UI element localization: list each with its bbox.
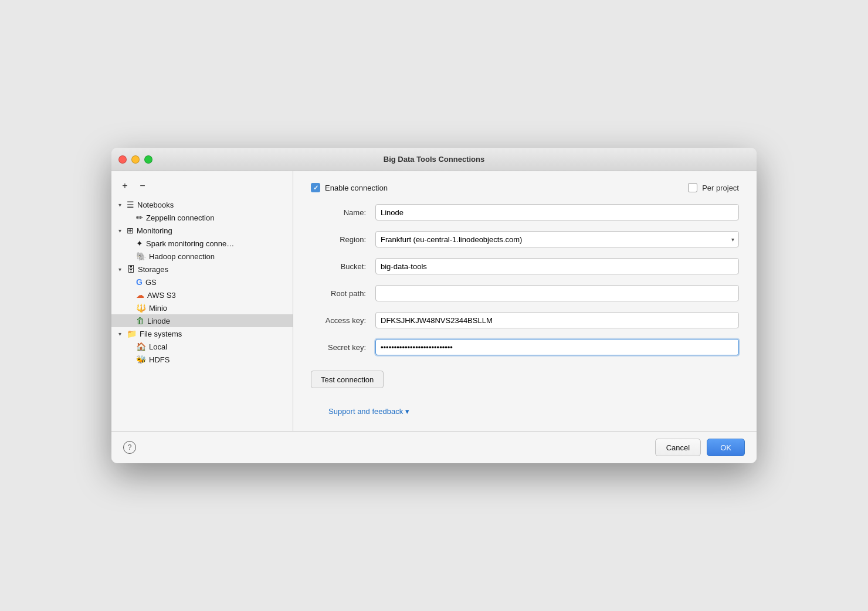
per-project-label: Per project	[702, 184, 739, 192]
sidebar-item-awss3[interactable]: ☁ AWS S3	[111, 288, 293, 301]
enable-connection-label: Enable connection	[325, 184, 388, 192]
sidebar-item-zeppelin[interactable]: ✏ Zeppelin connection	[111, 211, 293, 224]
main-window: Big Data Tools Connections + − ▾ ☰ Noteb…	[111, 148, 757, 463]
sidebar: + − ▾ ☰ Notebooks ✏ Zeppelin connection …	[111, 171, 293, 431]
hadoop-label: Hadoop connection	[149, 252, 215, 261]
monitoring-icon: ⊞	[127, 226, 134, 235]
bucket-label: Bucket:	[311, 262, 375, 271]
help-button[interactable]: ?	[123, 441, 136, 454]
main-panel: Enable connection Per project Name: Regi…	[293, 171, 757, 431]
support-feedback-label: Support and feedback	[328, 407, 403, 416]
window-controls	[118, 155, 152, 164]
notebooks-icon: ☰	[127, 200, 134, 209]
close-button[interactable]	[118, 155, 127, 164]
access-key-label: Access key:	[311, 316, 375, 325]
per-project-row: Per project	[688, 183, 739, 192]
spark-label: Spark monitoring conne…	[146, 239, 234, 248]
root-path-input[interactable]	[375, 285, 739, 301]
sidebar-item-filesystems[interactable]: ▾ 📁 File systems	[111, 327, 293, 340]
storages-label: Storages	[138, 265, 168, 274]
local-label: Local	[149, 342, 167, 351]
root-path-label: Root path:	[311, 289, 375, 298]
remove-button[interactable]: −	[136, 179, 149, 192]
add-button[interactable]: +	[118, 179, 131, 192]
sidebar-item-hdfs[interactable]: 🐝 HDFS	[111, 353, 293, 366]
bucket-input[interactable]	[375, 258, 739, 274]
chevron-down-icon: ▾	[405, 407, 409, 416]
minio-icon: 🔱	[136, 303, 146, 313]
top-row: Enable connection Per project	[311, 183, 739, 192]
monitoring-label: Monitoring	[137, 226, 172, 235]
bucket-row: Bucket:	[311, 258, 739, 274]
sidebar-item-storages[interactable]: ▾ 🗄 Storages	[111, 263, 293, 276]
hdfs-label: HDFS	[149, 355, 169, 364]
sidebar-item-gs[interactable]: G GS	[111, 276, 293, 288]
maximize-button[interactable]	[144, 155, 152, 164]
test-connection-row: Test connection	[311, 371, 739, 388]
local-icon: 🏠	[136, 342, 146, 351]
sidebar-item-notebooks[interactable]: ▾ ☰ Notebooks	[111, 198, 293, 211]
chevron-down-icon: ▾	[118, 266, 127, 273]
gs-label: GS	[145, 278, 157, 287]
storages-icon: 🗄	[127, 264, 135, 274]
linode-icon: 🗑	[136, 316, 144, 325]
enable-connection-row: Enable connection	[311, 183, 388, 192]
filesystems-icon: 📁	[127, 329, 137, 338]
minio-label: Minio	[149, 304, 167, 313]
gs-icon: G	[136, 277, 143, 287]
name-row: Name:	[311, 204, 739, 220]
per-project-checkbox[interactable]	[688, 183, 697, 192]
chevron-down-icon: ▾	[118, 228, 127, 234]
enable-connection-checkbox[interactable]	[311, 183, 320, 192]
cancel-button[interactable]: Cancel	[655, 439, 701, 456]
root-path-row: Root path:	[311, 285, 739, 301]
sidebar-toolbar: + −	[111, 177, 293, 198]
notebooks-label: Notebooks	[137, 201, 174, 209]
awss3-label: AWS S3	[147, 291, 176, 300]
test-connection-button[interactable]: Test connection	[311, 371, 384, 388]
secret-key-row: Secret key:	[311, 339, 739, 355]
secret-key-input[interactable]	[375, 339, 739, 355]
support-section: Support and feedback ▾	[311, 400, 739, 419]
filesystems-label: File systems	[140, 330, 182, 338]
minimize-button[interactable]	[131, 155, 140, 164]
hdfs-icon: 🐝	[136, 355, 146, 364]
region-select-wrapper: Frankfurt (eu-central-1.linodeobjects.co…	[375, 231, 739, 247]
chevron-down-icon: ▾	[118, 202, 127, 208]
title-bar: Big Data Tools Connections	[111, 148, 757, 171]
footer: ? Cancel OK	[111, 431, 757, 463]
sidebar-item-linode[interactable]: 🗑 Linode	[111, 314, 293, 327]
zeppelin-label: Zeppelin connection	[146, 213, 214, 222]
zeppelin-icon: ✏	[136, 213, 143, 222]
chevron-down-icon: ▾	[118, 331, 127, 337]
sidebar-item-spark[interactable]: ✦ Spark monitoring conne…	[111, 237, 293, 250]
sidebar-item-minio[interactable]: 🔱 Minio	[111, 301, 293, 314]
hadoop-icon: 🐘	[136, 252, 146, 261]
sidebar-item-hadoop[interactable]: 🐘 Hadoop connection	[111, 250, 293, 263]
window-title: Big Data Tools Connections	[384, 155, 484, 164]
awss3-icon: ☁	[136, 290, 144, 300]
linode-label: Linode	[147, 317, 170, 325]
access-key-input[interactable]	[375, 312, 739, 328]
content-area: + − ▾ ☰ Notebooks ✏ Zeppelin connection …	[111, 171, 757, 431]
support-feedback-link[interactable]: Support and feedback ▾	[328, 407, 409, 416]
secret-key-label: Secret key:	[311, 343, 375, 352]
ok-button[interactable]: OK	[707, 439, 745, 456]
access-key-row: Access key:	[311, 312, 739, 328]
region-select[interactable]: Frankfurt (eu-central-1.linodeobjects.co…	[375, 231, 739, 247]
region-label: Region:	[311, 235, 375, 244]
spark-icon: ✦	[136, 239, 143, 248]
name-label: Name:	[311, 208, 375, 217]
sidebar-item-local[interactable]: 🏠 Local	[111, 340, 293, 353]
name-input[interactable]	[375, 204, 739, 220]
region-row: Region: Frankfurt (eu-central-1.linodeob…	[311, 231, 739, 247]
sidebar-item-monitoring[interactable]: ▾ ⊞ Monitoring	[111, 224, 293, 237]
